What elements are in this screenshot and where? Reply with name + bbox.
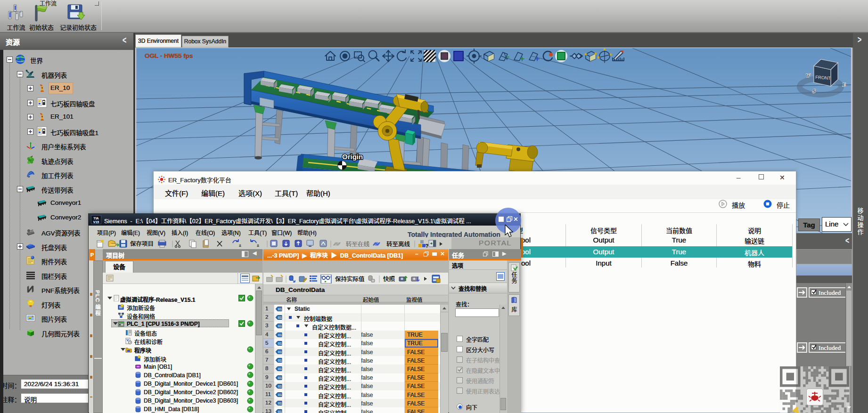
svg-text:01: 01 [278,359,282,362]
svg-text:±: ± [257,243,259,248]
svg-text:01: 01 [278,402,282,405]
svg-text:?: ? [426,243,428,249]
svg-text:W: W [806,73,811,78]
svg-text:OGL - HW55 fps: OGL - HW55 fps [145,52,193,59]
svg-text:保持实际值: 保持实际值 [335,275,365,283]
svg-text:01: 01 [278,333,282,337]
svg-text:FRONT: FRONT [815,74,831,81]
svg-text:转至离线: 转至离线 [386,241,410,248]
svg-text:01: 01 [278,308,282,311]
svg-text:01: 01 [278,324,282,328]
svg-text:Origin: Origin [342,153,363,161]
svg-text:01: 01 [278,342,282,345]
svg-text:01: 01 [278,376,282,380]
svg-text:01: 01 [278,316,282,319]
svg-text:01: 01 [278,367,282,371]
svg-text:E: E [842,81,846,87]
svg-text:保存项目: 保存项目 [130,241,154,247]
svg-text:±: ± [239,243,241,248]
svg-text:01: 01 [278,410,282,413]
svg-text:01: 01 [278,393,282,397]
svg-text:01: 01 [278,350,282,354]
svg-text:S: S [812,87,816,94]
svg-text:01: 01 [278,385,282,388]
svg-text:快照: 快照 [383,276,395,283]
svg-text:转至在线: 转至在线 [346,241,370,248]
